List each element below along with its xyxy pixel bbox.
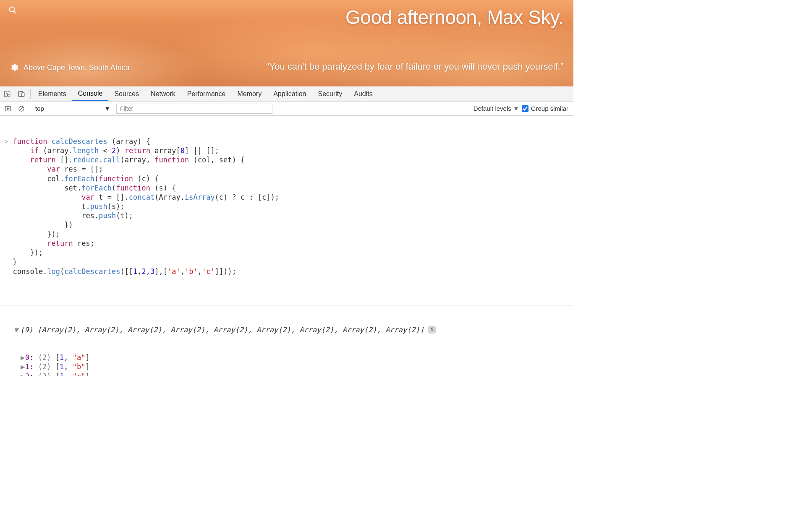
greeting-text: Good afternoon, Max Sky. — [345, 6, 563, 29]
svg-rect-4 — [22, 93, 24, 96]
context-label: top — [35, 105, 44, 112]
code-line: if (array.length < 2) return array[0] ||… — [0, 146, 573, 155]
code-line: var t = [].concat(Array.isArray(c) ? c :… — [0, 193, 573, 202]
tab-sources[interactable]: Sources — [108, 86, 145, 101]
code-line: var res = []; — [0, 164, 573, 174]
console-result-tree[interactable]: ▼ (9) [Array(2), Array(2), Array(2), Arr… — [0, 305, 573, 376]
svg-line-8 — [20, 107, 23, 110]
caret-down-icon[interactable]: ▼ — [13, 325, 18, 334]
result-summary: [Array(2), Array(2), Array(2), Array(2),… — [37, 326, 424, 334]
code-line: return res; — [0, 239, 573, 248]
result-item[interactable]: ▶2: (2) [1, "c"] — [20, 372, 569, 376]
console-filter-input[interactable] — [116, 104, 272, 114]
chevron-down-icon: ▼ — [104, 105, 110, 112]
result-count: 9 — [24, 326, 29, 334]
device-toggle-icon[interactable] — [14, 86, 29, 101]
code-line: col.forEach(function (c) { — [0, 174, 573, 183]
tab-security[interactable]: Security — [312, 86, 348, 101]
console-toolbar: top ▼ Default levels ▼ Group similar — [0, 102, 573, 116]
tab-console[interactable]: Console — [72, 86, 109, 101]
gear-icon[interactable] — [9, 63, 18, 72]
caret-right-icon[interactable]: ▶ — [20, 353, 25, 362]
new-tab-hero: Good afternoon, Max Sky. “You can't be p… — [0, 0, 573, 86]
tab-audits[interactable]: Audits — [348, 86, 378, 101]
group-similar-checkbox[interactable] — [522, 105, 528, 112]
code-line: return [].reduce.call(array, function (c… — [0, 155, 573, 164]
log-levels-select[interactable]: Default levels ▼ — [474, 105, 519, 112]
tab-network[interactable]: Network — [145, 86, 181, 101]
code-line: }) — [0, 220, 573, 229]
sidebar-toggle-icon[interactable] — [3, 103, 13, 114]
info-icon[interactable]: i — [428, 326, 436, 334]
inspect-icon[interactable] — [0, 86, 14, 101]
code-line: res.push(t); — [0, 211, 573, 220]
location-text: Above Cape Town, South Africa — [24, 63, 130, 72]
location-block: Above Cape Town, South Africa — [9, 63, 130, 72]
code-line: t.push(s); — [0, 202, 573, 211]
chevron-down-icon: ▼ — [513, 105, 519, 112]
devtools-tabbar: ElementsConsoleSourcesNetworkPerformance… — [0, 86, 573, 102]
group-similar-label: Group similar — [531, 105, 568, 112]
execution-context-select[interactable]: top ▼ — [32, 105, 114, 112]
tab-application[interactable]: Application — [267, 86, 312, 101]
code-line: > function calcDescartes (array) { — [0, 137, 573, 146]
caret-right-icon[interactable]: ▶ — [20, 372, 25, 376]
result-item[interactable]: ▶0: (2) [1, "a"] — [20, 353, 569, 362]
code-line: }); — [0, 229, 573, 239]
svg-line-1 — [14, 11, 16, 13]
search-icon[interactable] — [8, 6, 17, 14]
code-line: } — [0, 257, 573, 266]
svg-point-0 — [10, 7, 15, 12]
svg-marker-6 — [8, 108, 9, 110]
tab-elements[interactable]: Elements — [32, 86, 72, 101]
code-line: set.forEach(function (s) { — [0, 183, 573, 193]
clear-console-icon[interactable] — [16, 103, 27, 114]
code-line: console.log(calcDescartes([[1,2,3],['a',… — [0, 267, 573, 276]
console-output: > function calcDescartes (array) { if (a… — [0, 116, 573, 376]
caret-right-icon[interactable]: ▶ — [20, 362, 25, 371]
quote-text: “You can't be paralyzed by fear of failu… — [266, 61, 563, 72]
tabbar-divider — [30, 89, 31, 99]
tab-performance[interactable]: Performance — [181, 86, 232, 101]
code-line: }); — [0, 248, 573, 257]
result-item[interactable]: ▶1: (2) [1, "b"] — [20, 362, 569, 371]
tab-memory[interactable]: Memory — [231, 86, 267, 101]
